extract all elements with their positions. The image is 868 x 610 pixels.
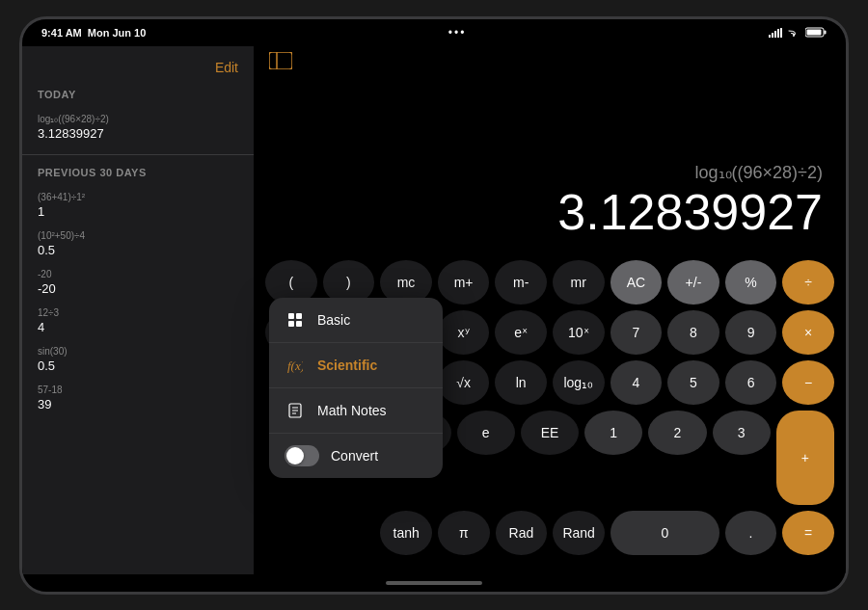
item-result: 0.5	[38, 358, 238, 373]
m-minus-button[interactable]: m-	[495, 260, 547, 305]
ac-button[interactable]: AC	[610, 260, 663, 305]
3-button[interactable]: 3	[713, 411, 771, 455]
mr-button[interactable]: mr	[553, 260, 605, 305]
svg-rect-8	[269, 52, 292, 69]
m-plus-button[interactable]: m+	[438, 260, 490, 305]
svg-rect-3	[777, 29, 779, 38]
tanh-button[interactable]: tanh	[380, 511, 432, 555]
add-button[interactable]: +	[776, 411, 834, 505]
list-item[interactable]: -20 -20	[22, 263, 254, 302]
sign-button[interactable]: +/-	[667, 260, 719, 305]
menu-item-basic[interactable]: Basic	[269, 298, 443, 343]
pi-button[interactable]: π	[438, 511, 490, 555]
item-expression: (36+41)÷1²	[38, 192, 238, 202]
0-button[interactable]: 0	[610, 511, 719, 555]
menu-item-scientific[interactable]: f(x) Scientific	[269, 343, 443, 388]
rand-button[interactable]: Rand	[553, 511, 605, 555]
list-item[interactable]: 12÷3 4	[22, 302, 254, 340]
e-button[interactable]: e	[457, 411, 515, 455]
6-button[interactable]: 6	[725, 360, 777, 405]
signal-icon	[769, 28, 782, 38]
x-y-button[interactable]: xʸ	[438, 310, 490, 355]
calc-expression: log₁₀((96×28)÷2)	[695, 162, 823, 183]
basic-icon	[285, 309, 306, 331]
toggle-knob	[286, 447, 304, 464]
mathnotes-label: Math Notes	[317, 403, 387, 418]
ln-button[interactable]: ln	[495, 360, 547, 405]
convert-toggle[interactable]	[285, 445, 319, 466]
today-section: TODAY	[22, 85, 254, 108]
log10-button[interactable]: log₁₀	[553, 360, 605, 405]
7-button[interactable]: 7	[610, 310, 663, 355]
9-button[interactable]: 9	[725, 310, 777, 355]
svg-rect-11	[296, 313, 302, 319]
basic-label: Basic	[317, 312, 350, 328]
wifi-icon	[787, 28, 800, 38]
list-item[interactable]: (10²+50)÷4 0.5	[22, 225, 254, 263]
divide-button[interactable]: ÷	[782, 260, 834, 305]
item-result: 1	[38, 204, 238, 219]
5-button[interactable]: 5	[667, 360, 719, 405]
e-x-button[interactable]: eˣ	[495, 310, 547, 355]
button-row-5: sinh cosh tanh π Rad Rand 0 . =	[265, 511, 834, 555]
calc-result: 3.12839927	[557, 187, 823, 237]
item-expression: 12÷3	[38, 307, 238, 318]
subtract-button[interactable]: −	[782, 360, 834, 405]
svg-rect-2	[774, 31, 776, 38]
scientific-label: Scientific	[317, 358, 377, 373]
svg-rect-1	[772, 33, 773, 38]
item-expression: log₁₀((96×28)÷2)	[38, 114, 238, 124]
item-result: 39	[38, 397, 238, 411]
device-frame: 9:41 AM Mon Jun 10 •••	[19, 16, 849, 595]
item-result: 4	[38, 320, 238, 334]
status-time: 9:41 AM	[41, 27, 82, 39]
item-expression: -20	[38, 269, 238, 279]
percent-button[interactable]: %	[725, 260, 777, 305]
status-date: Mon Jun 10	[88, 27, 147, 39]
item-expression: 57-18	[38, 385, 238, 395]
10-x-button[interactable]: 10ˣ	[553, 310, 605, 355]
item-expression: sin(30)	[38, 346, 238, 357]
item-expression: (10²+50)÷4	[38, 230, 238, 241]
4-button[interactable]: 4	[610, 360, 663, 405]
equals-button[interactable]: =	[782, 511, 834, 555]
convert-label: Convert	[331, 448, 378, 464]
item-result: 3.12839927	[38, 126, 238, 141]
list-item[interactable]: sin(30) 0.5	[22, 340, 254, 379]
sqrt-button[interactable]: √x	[438, 360, 490, 405]
menu-item-convert[interactable]: Convert	[269, 434, 443, 478]
main-area: Edit TODAY log₁₀((96×28)÷2) 3.12839927 P…	[22, 46, 846, 574]
decimal-button[interactable]: .	[725, 511, 777, 555]
1-button[interactable]: 1	[584, 411, 642, 455]
bottom-bar	[22, 574, 846, 592]
ee-button[interactable]: EE	[521, 411, 579, 455]
svg-rect-0	[769, 35, 771, 38]
status-dots: •••	[448, 26, 467, 40]
dropdown-menu: Basic f(x) Scientific	[269, 298, 443, 478]
8-button[interactable]: 8	[667, 310, 719, 355]
sidebar-toggle-icon[interactable]	[269, 52, 292, 74]
rad-button[interactable]: Rad	[496, 511, 548, 555]
sidebar: Edit TODAY log₁₀((96×28)÷2) 3.12839927 P…	[22, 46, 254, 574]
multiply-button[interactable]: ×	[782, 310, 834, 355]
svg-rect-7	[807, 30, 822, 36]
edit-button[interactable]: Edit	[215, 60, 238, 75]
calc-topbar	[254, 46, 846, 81]
menu-item-mathnotes[interactable]: Math Notes	[269, 388, 443, 434]
list-item[interactable]: (36+41)÷1² 1	[22, 186, 254, 225]
list-item[interactable]: log₁₀((96×28)÷2) 3.12839927	[22, 108, 254, 146]
2-button[interactable]: 2	[648, 411, 706, 455]
list-item[interactable]: 57-18 39	[22, 379, 254, 417]
svg-rect-13	[296, 321, 302, 327]
battery-icon	[805, 27, 827, 38]
svg-text:f(x): f(x)	[287, 358, 303, 373]
item-result: -20	[38, 281, 238, 296]
svg-rect-6	[825, 31, 827, 35]
calculator: log₁₀((96×28)÷2) 3.12839927 ( ) mc m+ m-…	[254, 46, 846, 574]
status-bar: 9:41 AM Mon Jun 10 •••	[22, 19, 846, 46]
svg-rect-12	[288, 321, 294, 327]
home-indicator	[386, 581, 482, 585]
item-result: 0.5	[38, 243, 238, 257]
status-icons	[769, 27, 827, 38]
svg-rect-10	[288, 313, 294, 319]
